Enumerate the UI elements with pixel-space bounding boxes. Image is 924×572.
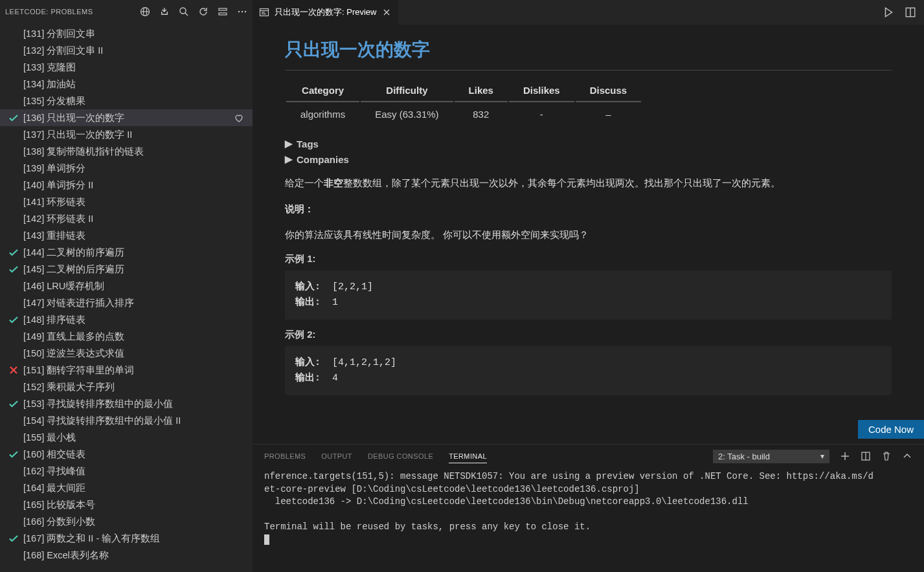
td-category: algorithms xyxy=(286,104,359,125)
problem-item-label: [154] 寻找旋转排序数组中的最小值 II xyxy=(21,415,232,427)
problem-preview: 只出现一次的数字 Category Difficulty Likes Disli… xyxy=(253,25,924,444)
problem-item-134[interactable]: [134] 加油站 xyxy=(0,76,253,93)
problem-item-155[interactable]: [155] 最小栈 xyxy=(0,429,253,446)
triangle-right-icon: ▶ xyxy=(285,153,293,165)
problem-item-144[interactable]: [144] 二叉树的前序遍历 xyxy=(0,244,253,261)
problem-list[interactable]: [131] 分割回文串[132] 分割回文串 II[133] 克隆图[134] … xyxy=(0,23,253,572)
tags-disclosure[interactable]: ▶Tags xyxy=(285,138,892,149)
close-icon[interactable] xyxy=(381,7,392,17)
problem-item-133[interactable]: [133] 克隆图 xyxy=(0,59,253,76)
svg-rect-6 xyxy=(219,13,227,15)
terminal-selector[interactable]: 2: Task - build xyxy=(713,450,829,463)
problem-item-135[interactable]: [135] 分发糖果 xyxy=(0,93,253,109)
problem-item-label: [133] 克隆图 xyxy=(21,61,232,74)
problem-item-label: [146] LRU缓存机制 xyxy=(21,280,232,292)
problem-item-138[interactable]: [138] 复制带随机指针的链表 xyxy=(0,143,253,160)
problem-item-150[interactable]: [150] 逆波兰表达式求值 xyxy=(0,345,253,362)
problem-item-label: [162] 寻找峰值 xyxy=(21,465,232,478)
panel-tab-problems[interactable]: Problems xyxy=(264,450,306,463)
problem-item-165[interactable]: [165] 比较版本号 xyxy=(0,496,253,513)
problem-item-label: [147] 对链表进行插入排序 xyxy=(21,297,232,309)
note-body: 你的算法应该具有线性时间复杂度。 你可以不使用额外空间来实现吗？ xyxy=(285,227,892,243)
problem-item-label: [140] 单词拆分 II xyxy=(21,179,232,192)
chevron-up-icon[interactable] xyxy=(902,451,912,461)
problem-item-167[interactable]: [167] 两数之和 II - 输入有序数组 xyxy=(0,530,253,547)
problem-item-141[interactable]: [141] 环形链表 xyxy=(0,193,253,210)
more-icon[interactable] xyxy=(237,6,247,17)
problem-item-142[interactable]: [142] 环形链表 II xyxy=(0,210,253,227)
problem-item-148[interactable]: [148] 排序链表 xyxy=(0,311,253,328)
refresh-icon[interactable] xyxy=(198,6,208,17)
problem-item-154[interactable]: [154] 寻找旋转排序数组中的最小值 II xyxy=(0,412,253,429)
problem-item-160[interactable]: [160] 相交链表 xyxy=(0,446,253,463)
th-difficulty: Difficulty xyxy=(361,80,453,102)
panel-tab-output[interactable]: Output xyxy=(321,450,352,463)
example-2-code: 输入: [4,1,2,1,2] 输出: 4 xyxy=(285,346,892,395)
panel-tab-terminal[interactable]: Terminal xyxy=(449,450,487,463)
problem-item-151[interactable]: [151] 翻转字符串里的单词 xyxy=(0,362,253,379)
split-panel-icon[interactable] xyxy=(861,451,871,461)
problem-item-136[interactable]: [136] 只出现一次的数字 xyxy=(0,109,253,126)
sidebar-header: LeetCode: Problems xyxy=(0,0,253,23)
companies-disclosure[interactable]: ▶Companies xyxy=(285,153,892,165)
th-dislikes: Dislikes xyxy=(509,80,574,102)
signin-icon[interactable] xyxy=(159,6,170,17)
td-discuss: – xyxy=(576,104,642,125)
problem-item-164[interactable]: [164] 最大间距 xyxy=(0,479,253,496)
problem-item-label: [164] 最大间距 xyxy=(21,482,232,494)
problem-item-label: [151] 翻转字符串里的单词 xyxy=(21,364,232,377)
problem-item-label: [167] 两数之和 II - 输入有序数组 xyxy=(21,533,232,545)
check-icon xyxy=(6,449,21,459)
tab-preview[interactable]: 只出现一次的数字: Preview xyxy=(253,0,399,25)
problem-item-label: [165] 比较版本号 xyxy=(21,499,232,511)
svg-point-3 xyxy=(180,8,186,14)
problem-item-166[interactable]: [166] 分数到小数 xyxy=(0,513,253,530)
problem-item-label: [155] 最小栈 xyxy=(21,432,232,444)
svg-point-7 xyxy=(238,10,240,12)
problem-item-131[interactable]: [131] 分割回文串 xyxy=(0,25,253,42)
trash-icon[interactable] xyxy=(881,451,892,461)
problem-meta-table: Category Difficulty Likes Dislikes Discu… xyxy=(285,78,642,126)
problem-item-label: [137] 只出现一次的数字 II xyxy=(21,129,232,141)
problem-item-146[interactable]: [146] LRU缓存机制 xyxy=(0,278,253,294)
problem-item-132[interactable]: [132] 分割回文串 II xyxy=(0,42,253,59)
tab-label: 只出现一次的数字: Preview xyxy=(275,6,376,18)
problem-item-152[interactable]: [152] 乘积最大子序列 xyxy=(0,379,253,395)
globe-icon[interactable] xyxy=(140,6,150,17)
cross-icon xyxy=(6,365,21,375)
code-now-button[interactable]: Code Now xyxy=(858,420,924,439)
problem-item-149[interactable]: [149] 直线上最多的点数 xyxy=(0,328,253,345)
plus-icon[interactable] xyxy=(840,451,850,461)
problem-item-140[interactable]: [140] 单词拆分 II xyxy=(0,177,253,193)
th-discuss[interactable]: Discuss xyxy=(576,80,642,102)
problem-item-label: [132] 分割回文串 II xyxy=(21,45,232,57)
problem-item-143[interactable]: [143] 重排链表 xyxy=(0,227,253,244)
problem-item-139[interactable]: [139] 单词拆分 xyxy=(0,160,253,177)
search-icon[interactable] xyxy=(179,6,189,17)
problems-sidebar: LeetCode: Problems [131] 分割回文串[132] 分割回文… xyxy=(0,0,253,572)
svg-line-4 xyxy=(185,13,188,16)
problem-item-145[interactable]: [145] 二叉树的后序遍历 xyxy=(0,261,253,278)
terminal-output[interactable]: nference.targets(151,5): message NETSDK1… xyxy=(253,468,924,572)
problem-item-label: [136] 只出现一次的数字 xyxy=(21,112,232,124)
terminal-selector-wrap[interactable]: 2: Task - build xyxy=(713,450,829,463)
td-difficulty: Easy (63.31%) xyxy=(361,104,453,125)
problem-item-label: [166] 分数到小数 xyxy=(21,516,232,528)
collapse-icon[interactable] xyxy=(218,6,228,17)
split-icon[interactable] xyxy=(905,6,916,18)
problem-item-label: [160] 相交链表 xyxy=(21,448,232,461)
problem-item-137[interactable]: [137] 只出现一次的数字 II xyxy=(0,126,253,143)
problem-item-label: [148] 排序链表 xyxy=(21,314,232,326)
problem-item-147[interactable]: [147] 对链表进行插入排序 xyxy=(0,294,253,311)
problem-item-162[interactable]: [162] 寻找峰值 xyxy=(0,463,253,479)
th-likes: Likes xyxy=(455,80,508,102)
svg-point-9 xyxy=(245,10,246,12)
run-icon[interactable] xyxy=(883,6,894,18)
problem-title: 只出现一次的数字 xyxy=(285,38,892,71)
problem-item-153[interactable]: [153] 寻找旋转排序数组中的最小值 xyxy=(0,395,253,412)
heart-icon xyxy=(232,113,246,123)
check-icon xyxy=(6,264,21,274)
problem-item-168[interactable]: [168] Excel表列名称 xyxy=(0,547,253,564)
panel-tab-debug[interactable]: Debug Console xyxy=(368,450,433,463)
editor-actions xyxy=(883,6,924,18)
